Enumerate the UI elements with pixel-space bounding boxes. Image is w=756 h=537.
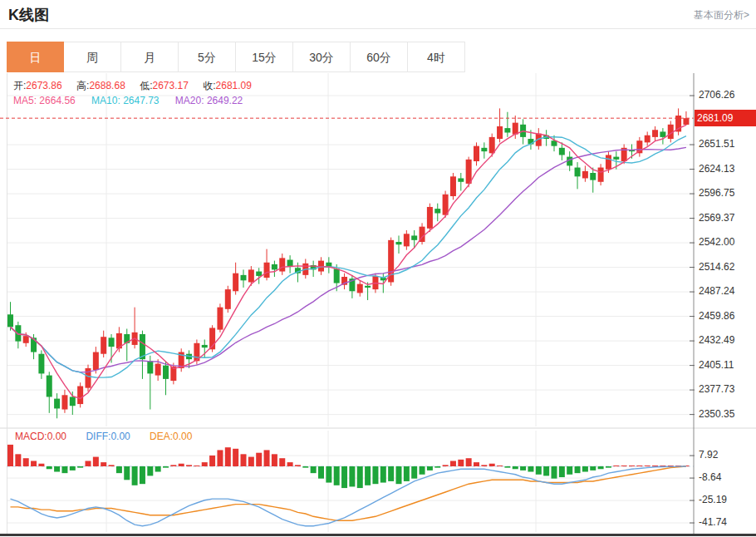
price-axis-label: 2706.26 bbox=[699, 89, 734, 101]
price-axis-label: 2432.49 bbox=[699, 334, 734, 346]
kline-widget: K线图 基本面分析> 日 周 月 5分 15分 30分 60分 4时 开:267… bbox=[0, 0, 756, 537]
price-axis-label: 2487.24 bbox=[699, 285, 734, 297]
macd-axis-label: -25.19 bbox=[699, 494, 727, 505]
low-label: 低: bbox=[140, 80, 152, 91]
low-value: 2673.17 bbox=[153, 80, 189, 91]
macd-legend: MACD:0.00 bbox=[15, 431, 66, 442]
current-price-tag: 2681.09 bbox=[695, 110, 756, 126]
close-label: 收: bbox=[203, 80, 215, 91]
high-label: 高: bbox=[76, 80, 89, 91]
price-axis-label: 2514.62 bbox=[699, 261, 734, 273]
open-label: 开: bbox=[13, 80, 26, 91]
ma-row: MA5: 2664.56 MA10: 2647.73 MA20: 2649.22 bbox=[13, 95, 243, 106]
price-axis-label: 2651.51 bbox=[699, 138, 734, 150]
open-value: 2673.86 bbox=[26, 80, 61, 91]
macd-legend-row: MACD:0.00 DIFF:0.00 DEA:0.00 bbox=[15, 431, 192, 442]
price-axis-label: 2624.13 bbox=[699, 163, 734, 175]
macd-axis-label: -41.74 bbox=[699, 516, 727, 528]
macd-axis-label: -8.64 bbox=[699, 471, 721, 483]
high-value: 2688.68 bbox=[89, 80, 125, 91]
close-value: 2681.09 bbox=[216, 80, 252, 91]
ma20-legend: MA20: 2649.22 bbox=[175, 95, 243, 106]
price-axis-label: 2569.37 bbox=[699, 212, 734, 224]
ohlc-row: 开:2673.86 高:2688.68 低:2673.17 收:2681.09 bbox=[13, 79, 263, 93]
macd-axis-label: 7.92 bbox=[699, 449, 718, 461]
dea-legend: DEA:0.00 bbox=[150, 431, 192, 442]
price-axis-label: 2542.00 bbox=[699, 236, 734, 248]
price-axis-label: 2459.86 bbox=[699, 310, 734, 322]
diff-legend: DIFF:0.00 bbox=[86, 431, 130, 442]
ma5-legend: MA5: 2664.56 bbox=[13, 95, 76, 106]
price-axis-label: 2377.73 bbox=[699, 383, 734, 395]
price-axis-label: 2350.35 bbox=[699, 408, 734, 420]
price-axis-label: 2405.11 bbox=[699, 359, 734, 371]
ma10-legend: MA10: 2647.73 bbox=[91, 95, 159, 106]
price-axis-label: 2596.75 bbox=[699, 187, 734, 199]
